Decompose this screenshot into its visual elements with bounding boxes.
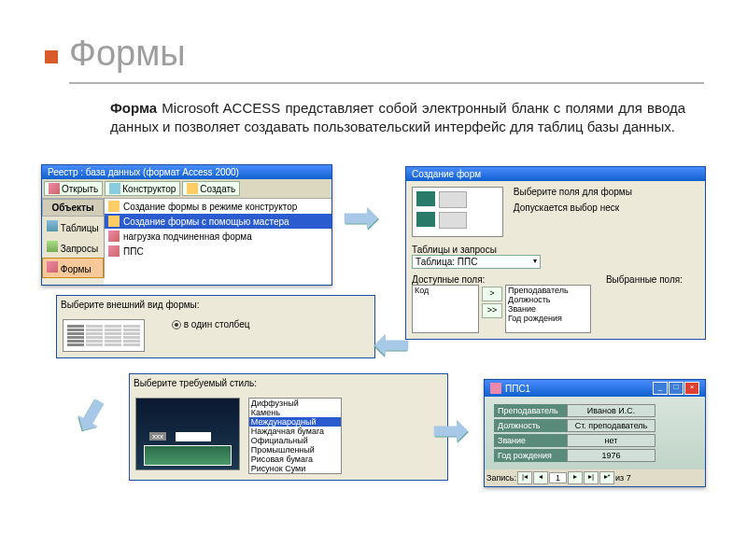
tables-combo[interactable]: Таблица: ППС▾ [412, 255, 541, 269]
new-icon [187, 183, 198, 194]
wizard-hint1: Выберите поля для формы [514, 187, 691, 197]
layout-prompt: Выберите внешний вид формы: [57, 296, 374, 314]
field-value[interactable]: 1976 [567, 449, 655, 462]
field-label: Преподаватель [494, 404, 567, 417]
design-icon [109, 183, 120, 194]
form-titlebar[interactable]: ППС1 _ □ × [485, 380, 705, 397]
first-button[interactable]: |◂ [517, 471, 532, 484]
close-button[interactable]: × [684, 382, 699, 395]
open-icon [49, 183, 60, 194]
desc-bold: Форма [110, 100, 157, 116]
form-row: Званиенет [494, 434, 696, 447]
title-underline [69, 82, 704, 84]
chevron-down-icon: ▾ [533, 257, 537, 267]
minimize-button[interactable]: _ [653, 382, 668, 395]
form-icon [108, 231, 120, 242]
style-list[interactable]: ДиффузныйКамень Международный Наждачная … [248, 398, 342, 474]
form-icon [490, 383, 501, 394]
db-window: Реестр : база данных (формат Access 2000… [41, 164, 332, 286]
sidebar-item-forms[interactable]: Формы [42, 258, 104, 278]
description: Форма Microsoft ACCESS представляет собо… [110, 99, 685, 137]
title-bullet [45, 50, 58, 63]
wizard-hint2: Допускается выбор неск [514, 203, 691, 213]
sidebar-item-tables[interactable]: Таблицы [42, 217, 104, 237]
slide-title: Формы [69, 34, 186, 74]
wizard-preview [412, 187, 503, 237]
style-pv-label: xxx [149, 432, 166, 441]
field-label: Должность [494, 419, 567, 432]
avail-label: Доступные поля: [412, 274, 485, 285]
db-toolbar: Открыть Конструктор Создать [42, 179, 331, 199]
sidebar-item-queries[interactable]: Запросы [42, 237, 104, 258]
field-label: Год рождения [494, 449, 567, 462]
list-item[interactable]: ППС [105, 244, 331, 259]
layout-preview [63, 319, 145, 352]
db-list: Создание формы в режиме конструктор Созд… [104, 199, 331, 285]
open-button[interactable]: Открыть [44, 181, 103, 196]
nav-label: Запись: [486, 473, 516, 483]
nav-total: из 7 [615, 473, 631, 483]
field-label: Звание [494, 434, 567, 447]
arrow-right-icon: ➡ [342, 190, 379, 243]
sidebar-hdr: Объекты [42, 199, 104, 217]
style-preview: xxx [135, 398, 240, 470]
wiz-icon [108, 201, 120, 212]
sel-label: Выбранные поля: [606, 274, 683, 285]
maximize-button[interactable]: □ [669, 382, 684, 395]
wiz-icon [108, 216, 120, 227]
newrec-button[interactable]: ▸* [599, 471, 614, 484]
desc-text: Microsoft ACCESS представляет собой элек… [110, 100, 685, 134]
arrow-left-icon: ➡ [374, 317, 411, 370]
field-value[interactable]: Ст. преподаватель [567, 419, 655, 432]
wizard-title: Создание форм [412, 169, 481, 179]
form-row: ПреподавательИванов И.С. [494, 404, 696, 417]
form-body: ПреподавательИванов И.С. ДолжностьСт. пр… [485, 397, 705, 469]
field-value[interactable]: нет [567, 434, 655, 447]
field-value[interactable]: Иванов И.С. [567, 404, 655, 417]
design-button[interactable]: Конструктор [105, 181, 180, 196]
form-icon [108, 245, 120, 257]
new-button[interactable]: Создать [182, 181, 240, 196]
arrow-right-icon: ➡ [431, 403, 469, 455]
form-title: ППС1 [505, 384, 530, 394]
add-button[interactable]: > [482, 287, 502, 301]
form-row: Год рождения1976 [494, 449, 696, 462]
db-titlebar[interactable]: Реестр : база данных (формат Access 2000… [42, 165, 331, 179]
list-item[interactable]: Создание формы с помощью мастера [105, 214, 331, 229]
radio-icon [172, 320, 181, 329]
arrow-down-icon: ➡ [62, 387, 125, 446]
queries-icon [47, 241, 58, 252]
layout-window: Выберите внешний вид формы: в один столб… [56, 295, 375, 358]
list-item[interactable]: нагрузка подчиненная форма [105, 229, 331, 244]
avail-listbox[interactable]: Код [412, 285, 479, 333]
wizard-window: Создание форм Выберите поля для формы До… [405, 166, 706, 340]
sel-listbox[interactable]: ПреподавательДолжностьЗваниеГод рождения [505, 285, 591, 333]
style-prompt: Выберите требуемый стиль: [130, 374, 447, 392]
last-button[interactable]: ▸| [584, 471, 599, 484]
tables-icon [47, 220, 58, 231]
nav-pos[interactable]: 1 [549, 472, 567, 483]
form-row: ДолжностьСт. преподаватель [494, 419, 696, 432]
record-navbar: Запись: |◂ ◂ 1 ▸ ▸| ▸* из 7 [485, 469, 705, 486]
db-title: Реестр : база данных (формат Access 2000… [48, 167, 239, 177]
next-button[interactable]: ▸ [568, 471, 583, 484]
form-window: ППС1 _ □ × ПреподавательИванов И.С. Долж… [484, 379, 706, 487]
layout-option[interactable]: в один столбец [172, 319, 250, 329]
db-sidebar: Объекты Таблицы Запросы Формы [42, 199, 105, 278]
addall-button[interactable]: >> [482, 303, 502, 318]
wizard-titlebar[interactable]: Создание форм [406, 167, 705, 181]
list-item[interactable]: Создание формы в режиме конструктор [105, 199, 331, 214]
forms-icon [47, 261, 58, 273]
style-window: Выберите требуемый стиль: xxx ДиффузныйК… [129, 373, 448, 481]
prev-button[interactable]: ◂ [533, 471, 548, 484]
tables-label: Таблицы и запросы [412, 245, 699, 255]
